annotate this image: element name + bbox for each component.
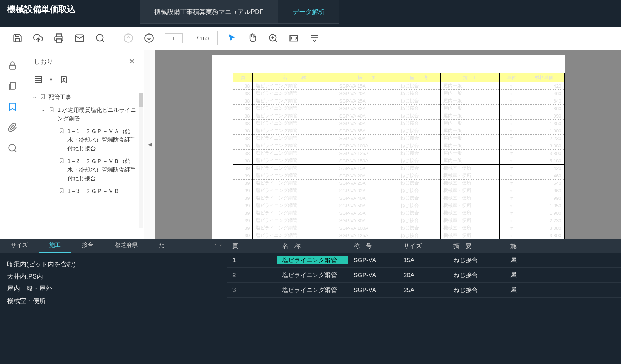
tree-leaf-3-label: 1－3 ＳＧＰ－ＶＤ [67, 187, 137, 196]
tab-prefecture[interactable]: 都道府県 [104, 239, 148, 253]
zoom-in-icon[interactable] [268, 33, 278, 43]
bookmark-icon[interactable] [7, 102, 17, 112]
pdf-column-header: 単位 [499, 73, 524, 82]
tab-size[interactable]: サイズ [0, 239, 39, 253]
close-icon[interactable]: ✕ [129, 57, 135, 66]
add-bookmark-icon[interactable] [60, 75, 68, 84]
svg-rect-17 [35, 77, 41, 78]
tree-leaf-1[interactable]: 1－1 ＳＧＰ－ＶＡ（給水・冷却水）管端防食継手付ねじ接合 [59, 125, 137, 155]
pdf-column-header: 摘 要 [336, 73, 397, 82]
tree-leaf-2-label: 1－2 ＳＧＰ－ＶＢ（給水・冷却水）管端防食継手付ねじ接合 [67, 157, 137, 183]
svg-line-3 [102, 40, 104, 42]
pointer-icon[interactable] [227, 33, 237, 43]
svg-line-16 [14, 150, 16, 152]
page-total-label: / 160 [197, 35, 209, 41]
pages-icon[interactable] [7, 81, 17, 91]
col-header-size: サイズ [398, 242, 448, 250]
scrollbar-thumb[interactable] [139, 93, 143, 107]
hand-icon[interactable] [247, 33, 257, 43]
tree-leaf-2[interactable]: 1－2 ＳＧＰ－ＶＢ（給水・冷却水）管端防食継手付ねじ接合 [59, 155, 137, 185]
svg-point-2 [97, 35, 103, 41]
bookmark-outline-icon [59, 157, 65, 164]
pdf-table-row: 38塩ビライニング鋼管SGP-VA 25Aねじ接合屋内一般m640 [233, 97, 564, 105]
bookmark-scrollbar[interactable] [139, 93, 143, 228]
side-nav [0, 50, 25, 239]
tab-construction[interactable]: 施工 [39, 239, 71, 253]
bookmark-panel-title: しおり [34, 57, 53, 66]
svg-rect-19 [35, 81, 41, 82]
tree-leaf-1-label: 1－1 ＳＧＰ－ＶＡ（給水・冷却水）管端防食継手付ねじ接合 [67, 127, 137, 153]
list-item[interactable]: 機械室・便所 [7, 295, 220, 307]
svg-rect-0 [56, 39, 61, 42]
chevron-down-icon[interactable]: ⌄ [32, 93, 37, 100]
viewer-body: しおり ✕ ▾ ⌄ 配管工事 ⌄ 1 水道用硬質塩化ビニルライ [0, 50, 621, 239]
pdf-table-row: 38塩ビライニング鋼管SGP-VA 40Aねじ接合屋内一般m990 [233, 112, 564, 120]
svg-point-15 [9, 145, 15, 151]
tree-root[interactable]: ⌄ 配管工事 [32, 91, 137, 104]
attachment-icon[interactable] [7, 123, 17, 132]
col-header-name: 名 称 [277, 242, 348, 250]
svg-point-4 [124, 34, 132, 42]
lock-icon[interactable] [7, 61, 17, 71]
col-header-code: 称 号 [348, 242, 398, 250]
email-icon[interactable] [75, 33, 84, 43]
bookmark-outline-icon [49, 106, 55, 113]
bookmark-panel: しおり ✕ ▾ ⌄ 配管工事 ⌄ 1 水道用硬質塩化ビニルライ [25, 50, 144, 239]
tab-joint[interactable]: 接合 [71, 239, 104, 253]
pdf-table-row: 39塩ビライニング鋼管SGP-VA 15Aねじ接合機械室・便所m420 [233, 165, 564, 172]
header-tabs: 機械設備工事積算実務マニュアルPDF データ解析 [140, 0, 339, 24]
list-view-icon[interactable] [34, 75, 42, 84]
pdf-table-row: 39塩ビライニング鋼管SGP-VA 40Aねじ接合機械室・便所m990 [233, 194, 564, 202]
bottom-right-panel: 頁 名 称 称 号 サイズ 摘 要 施 1塩ビライニング鋼管SGP-VA15Aね… [227, 239, 621, 364]
save-icon[interactable] [12, 33, 22, 43]
dropdown-chevron-icon[interactable]: ▾ [50, 76, 52, 83]
page-down-icon[interactable] [144, 33, 154, 43]
pdf-table-row: 39塩ビライニング鋼管SGP-VA 50Aねじ接合機械室・便所m1,350 [233, 202, 564, 209]
bookmark-outline-icon [40, 93, 46, 100]
pdf-table-row: 39塩ビライニング鋼管SGP-VA 25Aねじ接合機械室・便所m640 [233, 180, 564, 187]
svg-line-7 [275, 40, 277, 42]
pdf-table-row: 38塩ビライニング鋼管SGP-VA 50Aねじ接合屋内一般m1,350 [233, 120, 564, 127]
data-row[interactable]: 1塩ビライニング鋼管SGP-VA15Aねじ接合屋 [227, 253, 621, 268]
pdf-table-row: 39塩ビライニング鋼管SGP-VA 80Aねじ接合機械室・便所m2,230 [233, 217, 564, 224]
fit-width-icon[interactable] [289, 33, 299, 43]
tab-data-analysis[interactable]: データ解析 [278, 0, 339, 24]
filter-tabs: サイズ 施工 接合 都道府県 た ‹ › [0, 239, 227, 253]
search-icon[interactable] [95, 33, 105, 43]
svg-rect-18 [35, 79, 41, 80]
pdf-table-row: 38塩ビライニング鋼管SGP-VA 32Aねじ接合屋内一般m860 [233, 105, 564, 112]
col-header-summary: 摘 要 [448, 242, 505, 250]
tab-pdf-manual[interactable]: 機械設備工事積算実務マニュアルPDF [140, 0, 278, 24]
pdf-table-row: 39塩ビライニング鋼管SGP-VA 125Aねじ接合機械室・便所m3,800 [233, 232, 564, 239]
app-header: 機械設備単価取込 機械設備工事積算実務マニュアルPDF データ解析 [0, 0, 621, 27]
collapse-panel-button[interactable]: ◀ [144, 50, 155, 239]
tab-extra[interactable]: た [148, 239, 175, 253]
page-number-input[interactable] [165, 33, 183, 43]
tab-next-icon[interactable]: › [220, 241, 222, 247]
print-icon[interactable] [54, 33, 64, 43]
pdf-column-header: 名 称 [253, 73, 336, 82]
toolbar-divider [217, 31, 218, 45]
data-grid-body: 1塩ビライニング鋼管SGP-VA15Aねじ接合屋2塩ビライニング鋼管SGP-VA… [227, 253, 621, 364]
tab-prev-icon[interactable]: ‹ [215, 241, 217, 247]
bookmark-outline-icon [59, 187, 65, 194]
list-item[interactable]: 天井内,PS内 [7, 270, 220, 282]
tree-leaf-3[interactable]: 1－3 ＳＧＰ－ＶＤ [59, 185, 137, 198]
search-panel-icon[interactable] [7, 143, 17, 153]
list-item[interactable]: 屋内一般・屋外 [7, 282, 220, 295]
list-item[interactable]: 暗渠内(ピット内を含む) [7, 258, 220, 270]
tree-child-1[interactable]: ⌄ 1 水道用硬質塩化ビニルライニング鋼管 [41, 104, 137, 125]
col-header-extra: 施 [505, 242, 522, 250]
pdf-table-row: 39塩ビライニング鋼管SGP-VA 20Aねじ接合機械室・便所m460 [233, 172, 564, 180]
pdf-column-header: 頁 [233, 73, 253, 82]
data-row[interactable]: 3塩ビライニング鋼管SGP-VA25Aねじ接合屋 [227, 283, 621, 298]
cloud-upload-icon[interactable] [33, 33, 43, 43]
pdf-table-row: 38塩ビライニング鋼管SGP-VA 65Aねじ接合屋内一般m1,900 [233, 127, 564, 135]
pdf-table-row: 38塩ビライニング鋼管SGP-VA 20Aねじ接合屋内一般m460 [233, 90, 564, 97]
text-width-icon[interactable] [309, 33, 319, 43]
svg-rect-13 [9, 65, 15, 69]
data-row[interactable]: 2塩ビライニング鋼管SGP-VA20Aねじ接合屋 [227, 268, 621, 283]
chevron-down-icon[interactable]: ⌄ [41, 106, 46, 113]
page-up-icon[interactable] [123, 33, 133, 43]
pdf-canvas-bg: 頁名 称摘 要備 考施 工単位材料単価38塩ビライニング鋼管SGP-VA 15A… [155, 50, 621, 239]
